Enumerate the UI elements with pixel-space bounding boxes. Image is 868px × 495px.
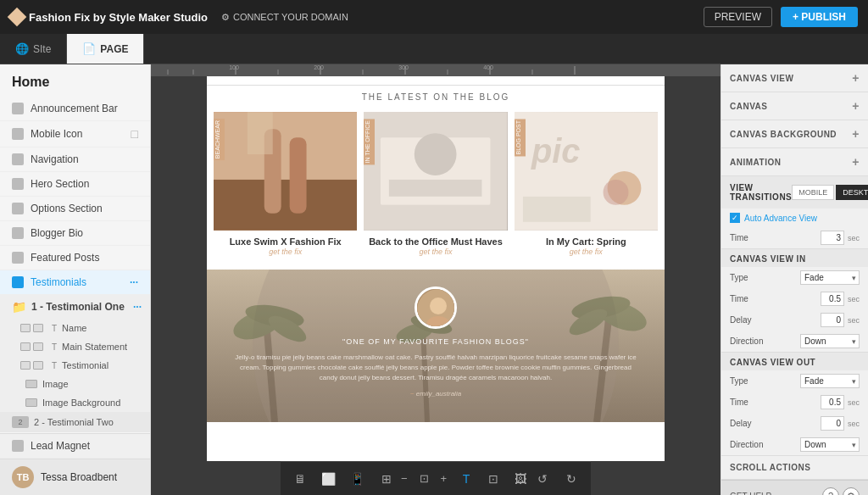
canvas-content[interactable]: THE LATEST ON THE BLOG BEACHWEAR [151, 76, 721, 461]
time-input[interactable] [821, 231, 844, 245]
type-select-wrapper-out: Fade Slide [800, 374, 860, 388]
image-bg-thumbnail [25, 398, 37, 407]
testimonial-one-dots[interactable]: ··· [133, 301, 142, 313]
type-select-out[interactable]: Fade Slide [800, 374, 860, 388]
crop-tool-button[interactable]: ⊡ [482, 470, 504, 488]
canvas-view-in-section: CANVAS VIEW IN Type Fade Slide Time sec … [721, 249, 868, 353]
image-thumbnail [25, 380, 37, 388]
type-select-in[interactable]: Fade Slide [800, 270, 860, 285]
canvas-out-time-row: Time sec [721, 392, 868, 413]
text-type-icon: T [52, 324, 57, 333]
type-label-out: Type [730, 376, 795, 386]
delay-input-out[interactable] [821, 416, 844, 431]
sidebar-item-announcement-bar[interactable]: Announcement Bar [0, 97, 150, 121]
canvas-bg-plus[interactable]: + [852, 127, 860, 141]
sub-item-image-background[interactable]: Image Background [0, 393, 150, 412]
canvas-bg-section: CANVAS BACKGROUND + [721, 120, 868, 148]
svg-rect-18 [214, 180, 357, 231]
toolbar-center: − ⊡ + T ⊡ 🖼 [398, 470, 531, 488]
text-tool-button[interactable]: T [455, 470, 477, 488]
blog-card-1-svg [214, 112, 357, 231]
blog-card-2[interactable]: IN THE OFFICE Back to the Office Must Ha… [364, 112, 507, 261]
canvas-out-direction-row: Direction Down Up Left Right [721, 434, 868, 455]
tablet-view-button[interactable]: ⬜ [318, 470, 340, 488]
sidebar-home-title: Home [0, 64, 150, 97]
text-type-icon: T [52, 342, 57, 352]
help-button[interactable]: ? [822, 487, 839, 495]
canvas-view-in-header: CANVAS VIEW IN [721, 249, 868, 267]
blog-card-1-image: BEACHWEAR [214, 112, 357, 231]
redo-button[interactable]: ↻ [560, 470, 582, 488]
svg-rect-30 [523, 197, 591, 222]
testimonial-one-header[interactable]: 📁 1 - Testimonial One ··· [0, 295, 150, 319]
desktop-view-button[interactable]: 🖥 [289, 470, 311, 488]
canvas-bg-header[interactable]: CANVAS BACKGROUND + [721, 120, 868, 147]
tab-page-label: PAGE [100, 43, 128, 55]
type-label-in: Type [730, 273, 795, 282]
mobile-device-icon: □ [131, 127, 138, 141]
canvas-out-type-row: Type Fade Slide [721, 370, 868, 392]
testimonials-dots[interactable]: ··· [130, 276, 138, 288]
grid-view-button[interactable]: ⊞ [376, 470, 398, 488]
connect-domain-button[interactable]: ⚙ CONNECT YOUR DOMAIN [221, 12, 348, 23]
mobile-tab[interactable]: MOBILE [792, 185, 834, 200]
direction-select-out[interactable]: Down Up Left Right [800, 437, 860, 452]
blog-card-1[interactable]: BEACHWEAR [214, 112, 357, 261]
animation-plus[interactable]: + [852, 155, 860, 169]
canvas-header[interactable]: CANVAS + [721, 92, 868, 120]
image-tool-button[interactable]: 🖼 [509, 470, 531, 488]
tab-page[interactable]: 📄 PAGE [67, 34, 144, 64]
tab-site[interactable]: 🌐 SIte [0, 34, 67, 64]
ruler-horizontal: 100 200 300 400 [151, 64, 721, 76]
zoom-out-button[interactable]: − [398, 470, 411, 487]
direction-select-in[interactable]: Down Up Left Right [800, 334, 860, 348]
time-input-out[interactable] [821, 395, 844, 409]
canvas-plus[interactable]: + [852, 99, 860, 113]
auto-advance-row[interactable]: ✓ Auto Advance View [721, 209, 868, 227]
device-tabs: MOBILE DESKTOP [792, 185, 868, 200]
page-canvas[interactable]: THE LATEST ON THE BLOG BEACHWEAR [207, 76, 665, 461]
sidebar-item-blogger-bio[interactable]: Blogger Bio [0, 221, 150, 246]
sub-item-testimonial[interactable]: T Testimonial [0, 356, 150, 375]
scroll-actions-header[interactable]: SCROLL ACTIONS [721, 456, 868, 479]
user-name: Tessa Broadbent [41, 471, 117, 483]
sidebar-item-lead-magnet[interactable]: Lead Magnet [0, 434, 150, 459]
blog-card-3[interactable]: BLOG POST pic In My Cart: [515, 112, 658, 261]
type-select-wrapper-in: Fade Slide [800, 270, 860, 285]
testimonial-two-item[interactable]: 2 2 - Testimonial Two [0, 412, 150, 432]
zoom-fit-button[interactable]: ⊡ [416, 470, 432, 487]
time-input-in[interactable] [821, 292, 844, 306]
sidebar-item-testimonials[interactable]: Testimonials ··· [0, 270, 150, 295]
publish-button[interactable]: + PUBLISH [781, 7, 858, 27]
settings-button[interactable]: ⚙ [843, 487, 860, 495]
canvas-view-plus[interactable]: + [852, 71, 860, 85]
svg-point-43 [430, 298, 447, 314]
mobile-view-button[interactable]: 📱 [347, 470, 369, 488]
sidebar-item-hero-section[interactable]: Hero Section [0, 172, 150, 197]
animation-header[interactable]: ANIMATION + [721, 148, 868, 175]
delay-input-in[interactable] [821, 313, 844, 327]
undo-button[interactable]: ↺ [531, 470, 554, 488]
canvas-view-header[interactable]: CANVAS VIEW + [721, 64, 868, 92]
sub-item-name[interactable]: T Name [0, 319, 150, 337]
hero-section-icon [12, 178, 24, 190]
auto-advance-checkbox[interactable]: ✓ [730, 213, 740, 223]
page-tabs: 🌐 SIte 📄 PAGE [0, 34, 868, 64]
view-transitions-section: VIEW TRANSITIONS MOBILE DESKTOP ✓ Auto A… [721, 176, 868, 249]
time-label: Time [730, 233, 764, 242]
time-unit-out: sec [848, 398, 860, 407]
animation-label: ANIMATION [730, 158, 781, 167]
sidebar-item-mobile-icon[interactable]: Mobile Icon □ [0, 121, 150, 147]
sidebar-item-navigation[interactable]: Navigation [0, 147, 150, 172]
desktop-icon [20, 361, 31, 370]
navigation-icon [12, 153, 24, 165]
desktop-tab[interactable]: DESKTOP [836, 185, 868, 200]
zoom-in-button[interactable]: + [437, 470, 451, 487]
sidebar-item-options-section[interactable]: Options Section [0, 197, 150, 221]
sub-item-image[interactable]: Image [0, 375, 150, 393]
mobile-icon-sm [33, 361, 43, 370]
sub-item-main-statement[interactable]: T Main Statement [0, 337, 150, 356]
preview-button[interactable]: PREVIEW [704, 7, 772, 27]
canvas-view-section: CANVAS VIEW + [721, 64, 868, 92]
sidebar-item-featured-posts[interactable]: Featured Posts [0, 246, 150, 270]
